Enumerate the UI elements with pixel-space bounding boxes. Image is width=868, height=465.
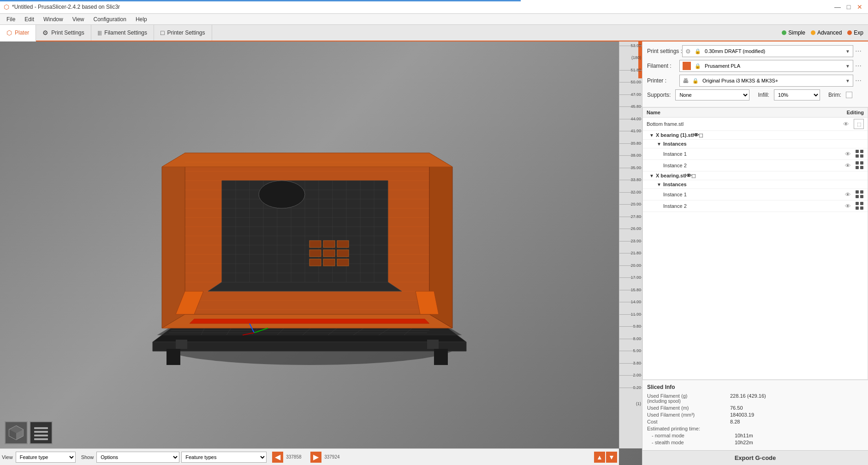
close-button[interactable]: ✕: [855, 2, 864, 12]
instances-group[interactable]: ▼ Instances: [643, 140, 868, 148]
layer-view-button[interactable]: [30, 421, 53, 444]
nav-right-button[interactable]: ▶: [310, 452, 321, 463]
show-options-select[interactable]: Options: [96, 452, 179, 463]
svg-rect-73: [323, 250, 335, 257]
mode-advanced[interactable]: Advanced: [811, 29, 842, 36]
print-settings-extra[interactable]: ⋯: [853, 47, 863, 55]
edit-button[interactable]: ⬚: [699, 132, 703, 138]
plater-icon: ⬡: [6, 29, 12, 36]
titlebar-title: *Untitled - PrusaSlicer-2.4.2 based on S…: [12, 4, 120, 10]
printer-extra[interactable]: ⋯: [853, 77, 863, 84]
infill-label: Infill:: [758, 92, 769, 98]
brim-checkbox[interactable]: [846, 92, 852, 98]
print-settings-dropdown[interactable]: ⚙ 🔒 0.30mm DRAFT (modified) ▼: [682, 45, 853, 57]
tab-filament-settings[interactable]: ||| Filament Settings: [91, 25, 154, 41]
view-label: View: [2, 454, 13, 460]
supports-infill-row: Supports: None Support on build plate on…: [647, 89, 863, 100]
filament-meters-value: 76.50: [730, 405, 743, 411]
table-row[interactable]: Instance 2 👁: [643, 160, 868, 171]
menu-configuration[interactable]: Configuration: [89, 15, 131, 24]
instance-grid-icon: [856, 161, 864, 170]
menu-edit[interactable]: Edit: [20, 15, 39, 24]
svg-rect-70: [323, 241, 335, 247]
scroll-up-button[interactable]: ▲: [594, 452, 605, 463]
visibility-icon[interactable]: 👁: [845, 191, 851, 198]
grid-dot: [860, 195, 863, 198]
normal-mode-label: - normal mode: [652, 433, 735, 438]
visibility-icon[interactable]: 👁: [694, 132, 699, 138]
tabbar: ⬡ Plater ⚙ Print Settings ||| Filament S…: [0, 25, 868, 41]
printer-dropdown[interactable]: 🖶 🔒 Original Prusa i3 MK3S & MK3S+ ▼: [679, 75, 853, 87]
visibility-icon[interactable]: 👁: [686, 173, 691, 178]
table-row[interactable]: Bottom frame.stl 👁 ⬚: [643, 118, 868, 131]
sliced-info-row: - stealth mode 10h22m: [647, 440, 863, 445]
object-group-name: X bearing.stl: [656, 173, 686, 178]
instance-grid-icon: [856, 202, 864, 210]
visibility-icon[interactable]: 👁: [845, 151, 851, 158]
menu-file[interactable]: File: [2, 15, 20, 24]
filament-mm3-value: 184003.19: [730, 412, 754, 418]
minimize-button[interactable]: —: [833, 2, 842, 12]
menu-view[interactable]: View: [68, 15, 89, 24]
supports-label: Supports:: [647, 92, 671, 98]
grid-dot: [856, 190, 859, 194]
3d-view-button[interactable]: [5, 421, 28, 444]
tab-print-settings[interactable]: ⚙ Print Settings: [36, 25, 91, 41]
menu-window[interactable]: Window: [39, 15, 68, 24]
view-type-select[interactable]: Feature type Height (Z) Volumetric flow …: [16, 452, 76, 463]
scroll-down-button[interactable]: ▼: [606, 452, 617, 463]
supports-select[interactable]: None Support on build plate only Everywh…: [675, 89, 749, 100]
grid-dot: [856, 166, 859, 169]
settings-gear-icon: ⚙: [685, 48, 691, 55]
mode-expert[interactable]: Exp: [847, 29, 863, 36]
visibility-icon[interactable]: 👁: [843, 121, 849, 128]
print-settings-icon: ⚙: [42, 29, 48, 36]
edit-button[interactable]: ⬚: [691, 173, 696, 178]
viewport[interactable]: 53.90 (180) 51.80 50.00 47.90 45.80 44.0…: [0, 41, 642, 465]
tab-printer-settings-label: Printer Settings: [167, 29, 205, 36]
filament-dropdown[interactable]: 🔒 Prusament PLA ▼: [679, 60, 853, 72]
table-row[interactable]: Instance 2 👁: [643, 200, 868, 212]
grid-dot: [856, 154, 859, 158]
instances-group-2[interactable]: ▼ Instances: [643, 180, 868, 189]
ruler: 53.90 (180) 51.80 50.00 47.90 45.80 44.0…: [619, 41, 642, 448]
visibility-icon[interactable]: 👁: [845, 203, 851, 210]
object-list: Name Editing Bottom frame.stl 👁 ⬚ ▼ X be…: [642, 107, 868, 380]
grid-dot: [856, 202, 859, 205]
feature-types-select[interactable]: Feature types: [181, 452, 267, 463]
tab-plater[interactable]: ⬡ Plater: [0, 25, 36, 41]
printer-value: Original Prusa i3 MK3S & MK3S+: [702, 78, 844, 83]
edit-button[interactable]: ⬚: [854, 119, 864, 129]
table-row[interactable]: Instance 1 👁: [643, 148, 868, 160]
object-group-name: X bearing (1).stl: [656, 132, 694, 138]
filament-extra[interactable]: ⋯: [853, 62, 863, 70]
svg-rect-69: [309, 241, 321, 247]
svg-rect-88: [34, 427, 48, 429]
export-gcode-button[interactable]: Export G-code: [642, 450, 868, 465]
printer-icon: 🖶: [683, 77, 689, 84]
expand-instances-icon: ▼: [657, 141, 661, 147]
ruler-mark-30: (1): [636, 401, 641, 406]
menu-help[interactable]: Help: [131, 15, 152, 24]
printer-label: Printer :: [647, 77, 679, 84]
including-spool-label: (including spool): [647, 399, 730, 404]
coord-value-left: 337858: [284, 454, 309, 459]
visibility-icon[interactable]: 👁: [845, 162, 851, 169]
print-settings-label: Print settings :: [647, 48, 682, 54]
right-panel: Print settings : ⚙ 🔒 0.30mm DRAFT (modif…: [642, 41, 868, 465]
table-row[interactable]: ▼ X bearing (1).stl 👁 ⬚: [643, 131, 868, 140]
stealth-mode-label: - stealth mode: [652, 440, 735, 445]
table-row[interactable]: ▼ X bearing.stl 👁 ⬚: [643, 171, 868, 180]
sliced-info-row: Used Filament (mm³) 184003.19: [647, 412, 863, 418]
mode-simple[interactable]: Simple: [782, 29, 805, 36]
maximize-button[interactable]: □: [844, 2, 853, 12]
table-row[interactable]: Instance 1 👁: [643, 189, 868, 200]
instance-grid-icon: [856, 150, 864, 158]
instance-name: Instance 2: [663, 163, 845, 168]
cost-label: Cost: [647, 419, 730, 424]
edit-icon-symbol: ⬚: [691, 173, 696, 178]
infill-select[interactable]: 10% 15% 20% 25%: [774, 89, 820, 100]
3d-model-svg: [130, 107, 489, 383]
nav-left-button[interactable]: ◀: [272, 452, 283, 463]
tab-printer-settings[interactable]: □ Printer Settings: [154, 25, 212, 41]
